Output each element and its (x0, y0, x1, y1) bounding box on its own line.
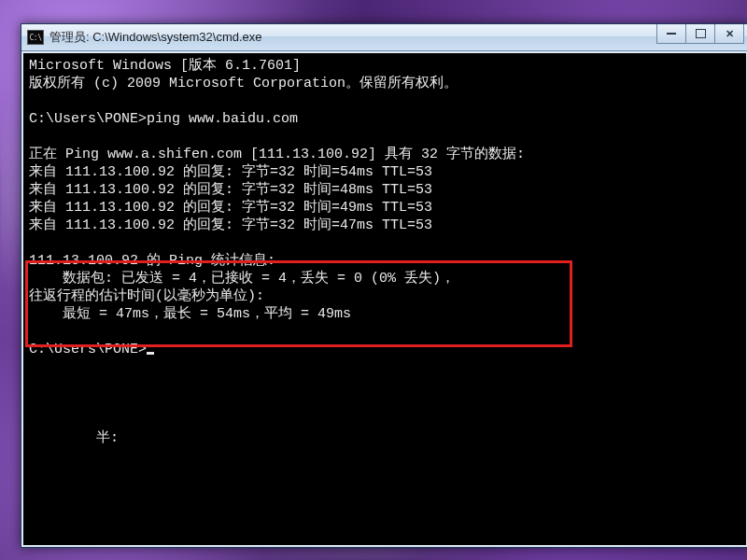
cmd-icon: C:\ (27, 30, 44, 45)
output-line: 来自 111.13.100.92 的回复: 字节=32 时间=47ms TTL=… (29, 217, 432, 233)
output-line: 来自 111.13.100.92 的回复: 字节=32 时间=49ms TTL=… (29, 200, 432, 216)
minimize-button[interactable] (656, 24, 686, 44)
window-controls (657, 24, 744, 50)
output-line: 来自 111.13.100.92 的回复: 字节=32 时间=48ms TTL=… (29, 182, 432, 198)
output-line: 往返行程的估计时间(以毫秒为单位): (29, 288, 264, 304)
output-line: C:\Users\PONE>ping www.baidu.com (29, 111, 298, 127)
maximize-button[interactable] (685, 24, 715, 44)
terminal-output[interactable]: Microsoft Windows [版本 6.1.7601] 版权所有 (c)… (23, 53, 746, 545)
desktop-background: C:\ 管理员: C:\Windows\system32\cmd.exe Mic… (0, 0, 747, 560)
terminal-frame: Microsoft Windows [版本 6.1.7601] 版权所有 (c)… (21, 51, 747, 547)
cursor (147, 352, 154, 355)
output-line: 数据包: 已发送 = 4，已接收 = 4，丢失 = 0 (0% 丢失)， (29, 271, 455, 287)
close-button[interactable] (714, 24, 744, 44)
output-line: Microsoft Windows [版本 6.1.7601] (29, 58, 301, 74)
output-line: 半: (29, 430, 119, 446)
output-line: 来自 111.13.100.92 的回复: 字节=32 时间=54ms TTL=… (29, 164, 432, 180)
output-line: 版权所有 (c) 2009 Microsoft Corporation。保留所有… (29, 76, 458, 91)
window-title: 管理员: C:\Windows\system32\cmd.exe (49, 29, 262, 46)
prompt: C:\Users\PONE> (29, 342, 147, 357)
titlebar[interactable]: C:\ 管理员: C:\Windows\system32\cmd.exe (21, 24, 747, 51)
cmd-window: C:\ 管理员: C:\Windows\system32\cmd.exe Mic… (21, 23, 747, 548)
output-line: 最短 = 47ms，最长 = 54ms，平均 = 49ms (29, 306, 351, 322)
output-line: 正在 Ping www.a.shifen.com [111.13.100.92]… (29, 147, 525, 162)
output-line: 111.13.100.92 的 Ping 统计信息: (29, 253, 275, 269)
